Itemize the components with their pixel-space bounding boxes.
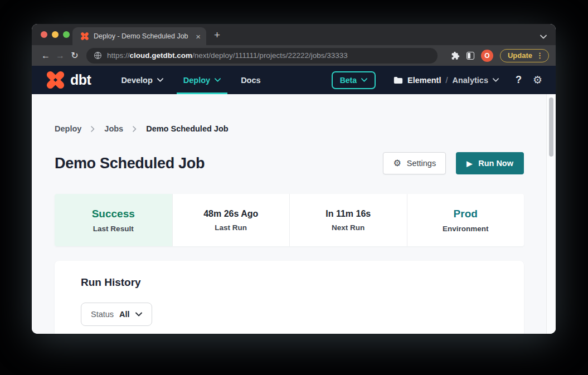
tab-strip: Deploy - Demo Scheduled Job × + xyxy=(32,24,556,45)
status-filter-label: Status xyxy=(91,310,114,319)
account-project-switcher[interactable]: Elementl / Analytics xyxy=(393,76,499,85)
side-panel-icon[interactable] xyxy=(466,52,474,60)
browser-tab[interactable]: Deploy - Demo Scheduled Job × xyxy=(72,27,206,45)
chevron-down-icon xyxy=(215,78,221,82)
title-row: Demo Scheduled Job ⚙ Settings ▶ Run Now xyxy=(55,152,524,174)
stat-last-run: 48m 26s Ago Last Run xyxy=(172,194,290,246)
scrollbar-thumb[interactable] xyxy=(549,98,553,157)
play-icon: ▶ xyxy=(466,159,472,168)
chevron-down-icon xyxy=(361,78,367,82)
stat-value: Success xyxy=(92,208,135,220)
site-info-globe-icon[interactable] xyxy=(94,51,102,60)
close-window-button[interactable] xyxy=(41,31,47,38)
stat-label: Last Run xyxy=(215,223,247,232)
page-content: Deploy Jobs Demo Scheduled Job Demo Sche… xyxy=(32,94,556,334)
dbt-app-header: dbt Develop Deploy Docs Beta Elementl / … xyxy=(32,66,556,94)
scrollbar-track xyxy=(546,94,556,334)
job-stats-bar: Success Last Result 48m 26s Ago Last Run… xyxy=(55,194,524,246)
settings-button[interactable]: ⚙ Settings xyxy=(383,152,446,174)
stat-label: Environment xyxy=(443,225,489,233)
tab-search-chevron-icon[interactable] xyxy=(540,35,547,39)
project-name: Analytics xyxy=(452,76,488,85)
maximize-window-button[interactable] xyxy=(63,31,70,38)
breadcrumb: Deploy Jobs Demo Scheduled Job xyxy=(55,124,524,133)
chevron-right-icon xyxy=(133,126,137,132)
new-tab-button[interactable]: + xyxy=(214,29,220,41)
stat-label: Next Run xyxy=(332,223,365,232)
extensions-puzzle-icon[interactable] xyxy=(451,51,460,60)
update-button[interactable]: Update ⋮ xyxy=(500,49,549,62)
browser-window: Deploy - Demo Scheduled Job × + ← → ↻ ht… xyxy=(32,24,556,334)
settings-gear-icon[interactable]: ⚙ xyxy=(533,75,542,85)
run-history-title: Run History xyxy=(81,276,524,289)
nav-item-docs[interactable]: Docs xyxy=(234,66,267,94)
nav-item-deploy[interactable]: Deploy xyxy=(177,66,227,94)
dbt-favicon xyxy=(80,32,89,41)
tab-close-icon[interactable]: × xyxy=(196,32,201,41)
page-title: Demo Scheduled Job xyxy=(55,155,205,172)
stat-next-run: In 11m 16s Next Run xyxy=(289,194,407,246)
chevron-down-icon xyxy=(493,78,499,82)
breadcrumb-deploy[interactable]: Deploy xyxy=(55,124,81,133)
breadcrumb-current: Demo Scheduled Job xyxy=(146,124,228,133)
reload-button[interactable]: ↻ xyxy=(67,50,82,61)
address-bar[interactable]: https://cloud.getdbt.com/next/deploy/111… xyxy=(86,48,438,64)
run-history-card: Run History Status All xyxy=(55,261,524,334)
breadcrumb-jobs[interactable]: Jobs xyxy=(104,124,123,133)
window-controls xyxy=(41,31,70,38)
beta-dropdown-button[interactable]: Beta xyxy=(332,71,376,89)
minimize-window-button[interactable] xyxy=(52,31,59,38)
update-label: Update xyxy=(508,51,532,60)
chevron-right-icon xyxy=(91,126,95,132)
chevron-down-icon xyxy=(135,312,142,316)
nav-item-develop[interactable]: Develop xyxy=(114,66,169,94)
profile-avatar[interactable]: O xyxy=(481,50,493,62)
help-button[interactable]: ? xyxy=(516,74,522,86)
folder-icon xyxy=(393,76,403,84)
dbt-logo[interactable]: dbt xyxy=(45,70,91,90)
forward-button[interactable]: → xyxy=(53,51,67,61)
status-filter-dropdown[interactable]: Status All xyxy=(81,303,152,326)
stat-value: Prod xyxy=(454,208,478,220)
status-filter-value: All xyxy=(119,310,130,319)
toolbar-actions: O Update ⋮ xyxy=(451,49,549,62)
chevron-down-icon xyxy=(157,78,163,82)
back-button[interactable]: ← xyxy=(38,51,53,61)
stat-value: In 11m 16s xyxy=(325,209,371,219)
dbt-wordmark: dbt xyxy=(70,72,91,88)
account-name: Elementl xyxy=(407,76,441,85)
tab-title: Deploy - Demo Scheduled Job xyxy=(94,32,191,40)
stat-last-result: Success Last Result xyxy=(55,194,172,246)
browser-toolbar: ← → ↻ https://cloud.getdbt.com/next/depl… xyxy=(32,45,556,66)
account-separator: / xyxy=(445,76,448,85)
stat-value: 48m 26s Ago xyxy=(203,209,258,219)
stat-environment: Prod Environment xyxy=(407,194,524,246)
run-now-button[interactable]: ▶ Run Now xyxy=(456,152,524,174)
gear-icon: ⚙ xyxy=(393,159,401,168)
stat-label: Last Result xyxy=(93,225,134,233)
url-text: https://cloud.getdbt.com/next/deploy/111… xyxy=(107,51,348,60)
browser-menu-dots-icon[interactable]: ⋮ xyxy=(536,51,543,60)
